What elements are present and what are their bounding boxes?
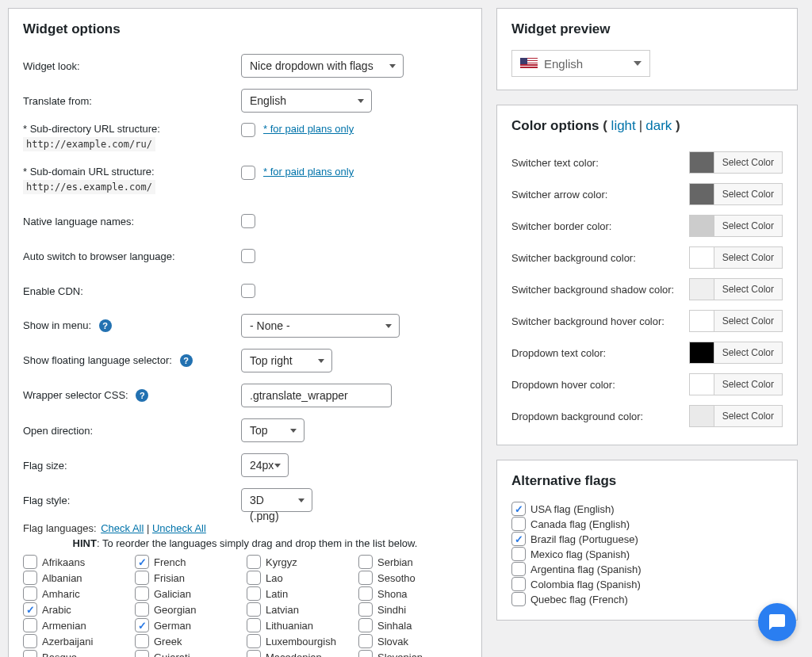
- select-color-button[interactable]: Select Color: [714, 183, 783, 205]
- sub-directory-checkbox[interactable]: [241, 123, 255, 137]
- language-item[interactable]: Amharic: [23, 586, 132, 601]
- language-item[interactable]: Georgian: [135, 602, 243, 617]
- language-checkbox[interactable]: [23, 571, 37, 585]
- alt-flag-checkbox[interactable]: [511, 517, 526, 531]
- flag-size-select[interactable]: 24px: [241, 453, 289, 477]
- language-checkbox[interactable]: [247, 586, 261, 601]
- language-item[interactable]: Kyrgyz: [247, 555, 355, 569]
- language-item[interactable]: Albanian: [23, 571, 132, 585]
- color-swatch[interactable]: [689, 373, 714, 395]
- language-checkbox[interactable]: [247, 571, 261, 585]
- language-checkbox[interactable]: [247, 602, 261, 617]
- wrapper-css-input[interactable]: [241, 384, 392, 407]
- translate-from-select[interactable]: English: [241, 89, 372, 113]
- alt-flag-item[interactable]: Mexico flag (Spanish): [511, 547, 783, 561]
- color-swatch[interactable]: [689, 183, 714, 205]
- language-checkbox[interactable]: [358, 650, 373, 657]
- language-item[interactable]: Slovak: [358, 634, 467, 648]
- language-item[interactable]: Greek: [135, 634, 243, 648]
- select-color-button[interactable]: Select Color: [714, 310, 783, 332]
- language-item[interactable]: Azerbaijani: [23, 634, 132, 648]
- language-checkbox[interactable]: [135, 586, 149, 601]
- help-icon[interactable]: ?: [99, 319, 112, 332]
- language-item[interactable]: Latvian: [247, 602, 355, 617]
- language-item[interactable]: Armenian: [23, 618, 132, 632]
- dark-preset-link[interactable]: dark: [645, 118, 672, 133]
- language-item[interactable]: Lithuanian: [247, 618, 355, 632]
- color-swatch[interactable]: [689, 215, 714, 237]
- color-swatch[interactable]: [689, 246, 714, 269]
- chat-widget-button[interactable]: [758, 603, 796, 641]
- language-item[interactable]: French: [135, 555, 243, 569]
- language-item[interactable]: German: [135, 618, 243, 632]
- language-checkbox[interactable]: [358, 571, 373, 585]
- widget-look-select[interactable]: Nice dropdown with flags: [241, 54, 404, 78]
- language-item[interactable]: Basque: [23, 650, 132, 657]
- auto-switch-checkbox[interactable]: [241, 249, 255, 263]
- language-checkbox[interactable]: [135, 555, 149, 569]
- language-item[interactable]: Luxembourgish: [247, 634, 355, 648]
- language-item[interactable]: Macedonian: [247, 650, 355, 657]
- select-color-button[interactable]: Select Color: [714, 278, 783, 300]
- alt-flag-item[interactable]: USA flag (English): [511, 502, 783, 516]
- language-checkbox[interactable]: [23, 586, 37, 601]
- language-checkbox[interactable]: [247, 555, 261, 569]
- help-icon[interactable]: ?: [180, 354, 193, 367]
- language-item[interactable]: Sinhala: [358, 618, 467, 632]
- language-item[interactable]: Latin: [247, 586, 355, 601]
- select-color-button[interactable]: Select Color: [714, 405, 783, 427]
- open-direction-select[interactable]: Top: [241, 418, 304, 442]
- show-in-menu-select[interactable]: - None -: [241, 314, 400, 338]
- language-item[interactable]: Sindhi: [358, 602, 467, 617]
- language-item[interactable]: Sesotho: [358, 571, 467, 585]
- language-item[interactable]: Slovenian: [358, 650, 467, 657]
- select-color-button[interactable]: Select Color: [714, 215, 783, 237]
- language-checkbox[interactable]: [358, 618, 373, 632]
- alt-flag-item[interactable]: Argentina flag (Spanish): [511, 562, 783, 576]
- check-all-link[interactable]: Check All: [101, 522, 144, 534]
- language-item[interactable]: Gujarati: [135, 650, 243, 657]
- language-checkbox[interactable]: [135, 618, 149, 632]
- language-checkbox[interactable]: [135, 634, 149, 648]
- language-item[interactable]: Afrikaans: [23, 555, 132, 569]
- language-item[interactable]: Serbian: [358, 555, 467, 569]
- color-swatch[interactable]: [689, 342, 714, 364]
- alt-flag-item[interactable]: Colombia flag (Spanish): [511, 577, 783, 591]
- alt-flag-item[interactable]: Quebec flag (French): [511, 592, 783, 606]
- select-color-button[interactable]: Select Color: [714, 373, 783, 395]
- alt-flag-checkbox[interactable]: [511, 562, 526, 576]
- language-item[interactable]: Shona: [358, 586, 467, 601]
- alt-flag-checkbox[interactable]: [511, 592, 526, 606]
- language-checkbox[interactable]: [135, 650, 149, 657]
- help-icon[interactable]: ?: [136, 389, 148, 402]
- color-swatch[interactable]: [689, 278, 714, 300]
- color-swatch[interactable]: [689, 405, 714, 427]
- language-item[interactable]: Lao: [247, 571, 355, 585]
- language-switcher-preview[interactable]: English: [511, 50, 650, 77]
- language-item[interactable]: Galician: [135, 586, 243, 601]
- alt-flag-checkbox[interactable]: [511, 532, 526, 546]
- language-checkbox[interactable]: [23, 634, 37, 648]
- select-color-button[interactable]: Select Color: [714, 246, 783, 269]
- language-checkbox[interactable]: [135, 602, 149, 617]
- language-checkbox[interactable]: [23, 555, 37, 569]
- language-checkbox[interactable]: [23, 602, 37, 617]
- native-names-checkbox[interactable]: [241, 214, 255, 228]
- language-checkbox[interactable]: [358, 555, 373, 569]
- alt-flag-item[interactable]: Canada flag (English): [511, 517, 783, 531]
- language-checkbox[interactable]: [23, 618, 37, 632]
- language-item[interactable]: Frisian: [135, 571, 243, 585]
- sub-domain-paid-link[interactable]: * for paid plans only: [263, 166, 354, 178]
- enable-cdn-checkbox[interactable]: [241, 284, 255, 298]
- floating-selector-select[interactable]: Top right: [241, 349, 332, 372]
- alt-flag-checkbox[interactable]: [511, 577, 526, 591]
- alt-flag-checkbox[interactable]: [511, 547, 526, 561]
- color-swatch[interactable]: [689, 310, 714, 332]
- language-checkbox[interactable]: [358, 602, 373, 617]
- uncheck-all-link[interactable]: Uncheck All: [152, 522, 206, 534]
- light-preset-link[interactable]: light: [611, 118, 636, 133]
- alt-flag-checkbox[interactable]: [511, 502, 526, 516]
- color-swatch[interactable]: [689, 151, 714, 174]
- language-checkbox[interactable]: [23, 650, 37, 657]
- language-checkbox[interactable]: [358, 634, 373, 648]
